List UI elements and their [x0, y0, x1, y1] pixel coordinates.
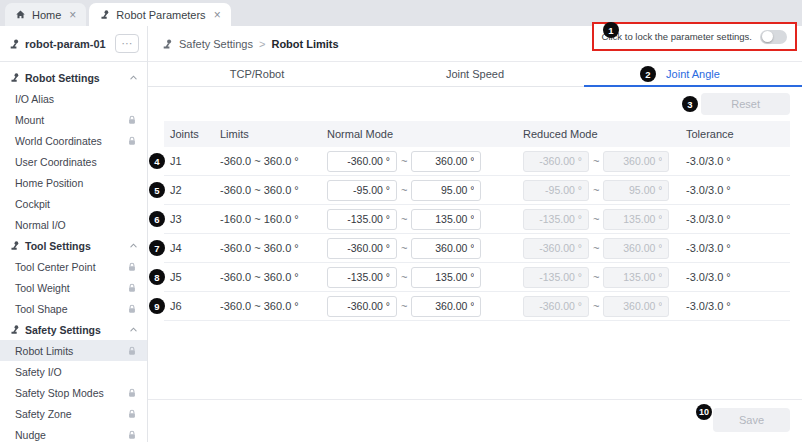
sidebar-item-label: Cockpit	[15, 198, 137, 210]
sidebar-item-safety-zone[interactable]: Safety Zone	[0, 403, 147, 424]
annotation-step-4: 4	[149, 153, 165, 169]
joint-label: J2	[164, 184, 216, 196]
sidebar-item-safety-stop-modes[interactable]: Safety Stop Modes	[0, 382, 147, 403]
sidebar-item-home-position[interactable]: Home Position	[0, 172, 147, 193]
sidebar-item-nudge[interactable]: Nudge	[0, 424, 147, 442]
joint-row-j3: J3-160.0 ~ 160.0 °~~-3.0/3.0 °	[164, 205, 790, 234]
annotation-step-1: 1	[603, 22, 619, 38]
sidebar-item-tool-weight[interactable]: Tool Weight	[0, 277, 147, 298]
window-tab-label: Home	[32, 9, 61, 21]
range-separator: ~	[401, 155, 407, 167]
sidebar-item-world-coordinates[interactable]: World Coordinates	[0, 130, 147, 151]
joint-label: J1	[164, 155, 216, 167]
reduced-mode-cell: ~	[519, 180, 682, 201]
reset-button[interactable]: Reset	[701, 93, 790, 115]
normal-min-input[interactable]	[327, 209, 397, 230]
table-header-row: Joints Limits Normal Mode Reduced Mode T…	[164, 121, 790, 147]
lock-icon	[127, 115, 137, 125]
reduced-max-input	[603, 151, 669, 172]
sidebar-item-tool-center-point[interactable]: Tool Center Point	[0, 256, 147, 277]
close-icon[interactable]: ×	[69, 9, 76, 21]
normal-max-input[interactable]	[411, 209, 481, 230]
window-tab-label: Robot Parameters	[116, 9, 205, 21]
normal-min-input[interactable]	[327, 267, 397, 288]
lock-icon	[127, 262, 137, 272]
tab-joint-speed[interactable]: Joint Speed	[366, 62, 584, 86]
annotation-step-3: 3	[682, 96, 698, 112]
normal-max-input[interactable]	[411, 180, 481, 201]
sidebar-item-label: Safety Zone	[15, 408, 127, 420]
reduced-max-input	[603, 209, 669, 230]
sidebar-item-cockpit[interactable]: Cockpit	[0, 193, 147, 214]
window-tab-home[interactable]: Home ×	[5, 3, 86, 26]
lock-toggle[interactable]	[760, 30, 787, 44]
sidebar-item-tool-shape[interactable]: Tool Shape	[0, 298, 147, 319]
reduced-min-input	[523, 151, 589, 172]
range-separator: ~	[401, 184, 407, 196]
range-separator: ~	[593, 271, 599, 283]
joint-row-j5: J5-360.0 ~ 360.0 °~~-3.0/3.0 °	[164, 263, 790, 292]
sidebar-section-safety-settings[interactable]: Safety Settings	[0, 319, 147, 340]
joint-row-j6: J6-360.0 ~ 360.0 °~~-3.0/3.0 °	[164, 292, 790, 321]
joint-label: J4	[164, 242, 216, 254]
normal-min-input[interactable]	[327, 151, 397, 172]
breadcrumb-separator: >	[259, 38, 265, 50]
joint-tolerance: -3.0/3.0 °	[682, 300, 790, 312]
reduced-mode-cell: ~	[519, 151, 682, 172]
close-icon[interactable]: ×	[214, 9, 221, 21]
range-separator: ~	[401, 213, 407, 225]
sidebar-item-label: Safety Stop Modes	[15, 387, 127, 399]
normal-mode-cell: ~	[323, 296, 519, 317]
robot-icon	[9, 240, 20, 251]
main-panel: Safety Settings > Robot Limits TCP/Robot…	[148, 26, 802, 442]
lock-icon	[127, 388, 137, 398]
sidebar-item-label: Home Position	[15, 177, 137, 189]
param-header: robot-param-01 ⋯	[0, 26, 147, 62]
robot-icon	[99, 9, 110, 20]
sidebar-section-robot-settings[interactable]: Robot Settings	[0, 67, 147, 88]
joint-tolerance: -3.0/3.0 °	[682, 242, 790, 254]
sidebar-item-label: Normal I/O	[15, 219, 137, 231]
sidebar-item-normal-i-o[interactable]: Normal I/O	[0, 214, 147, 235]
joint-row-j1: J1-360.0 ~ 360.0 °~~-3.0/3.0 °	[164, 147, 790, 176]
table-toolbar: Reset	[148, 87, 802, 121]
sidebar-item-i-o-alias[interactable]: I/O Alias	[0, 88, 147, 109]
tab-joint-angle[interactable]: Joint Angle	[584, 62, 802, 86]
normal-min-input[interactable]	[327, 238, 397, 259]
robot-icon	[8, 38, 20, 50]
breadcrumb-section: Safety Settings	[179, 38, 253, 50]
normal-max-input[interactable]	[411, 151, 481, 172]
reduced-max-input	[603, 180, 669, 201]
chevron-up-icon	[129, 325, 138, 334]
sidebar-item-label: I/O Alias	[15, 93, 137, 105]
sidebar-item-label: Tool Weight	[15, 282, 127, 294]
window-tab-robot-parameters[interactable]: Robot Parameters ×	[89, 3, 230, 26]
sidebar-section-tool-settings[interactable]: Tool Settings	[0, 235, 147, 256]
joint-limits: -360.0 ~ 360.0 °	[216, 155, 323, 167]
sidebar-item-mount[interactable]: Mount	[0, 109, 147, 130]
normal-max-input[interactable]	[411, 267, 481, 288]
sidebar-item-robot-limits[interactable]: Robot Limits	[0, 340, 147, 361]
normal-max-input[interactable]	[411, 238, 481, 259]
sidebar-item-user-coordinates[interactable]: User Coordinates	[0, 151, 147, 172]
normal-min-input[interactable]	[327, 296, 397, 317]
normal-max-input[interactable]	[411, 296, 481, 317]
annotation-step-9: 9	[149, 298, 165, 314]
more-options-button[interactable]: ⋯	[115, 34, 139, 53]
normal-mode-cell: ~	[323, 238, 519, 259]
range-separator: ~	[401, 242, 407, 254]
lock-icon	[127, 430, 137, 440]
range-separator: ~	[401, 271, 407, 283]
column-header-tolerance: Tolerance	[682, 128, 790, 140]
range-separator: ~	[401, 300, 407, 312]
normal-min-input[interactable]	[327, 180, 397, 201]
range-separator: ~	[593, 300, 599, 312]
chevron-up-icon	[129, 73, 138, 82]
lock-icon	[127, 346, 137, 356]
range-separator: ~	[593, 242, 599, 254]
save-button[interactable]: Save	[713, 408, 790, 432]
tab-tcp-robot[interactable]: TCP/Robot	[148, 62, 366, 86]
joint-limits: -160.0 ~ 160.0 °	[216, 213, 323, 225]
sidebar-item-label: World Coordinates	[15, 135, 127, 147]
sidebar-item-safety-i-o[interactable]: Safety I/O	[0, 361, 147, 382]
